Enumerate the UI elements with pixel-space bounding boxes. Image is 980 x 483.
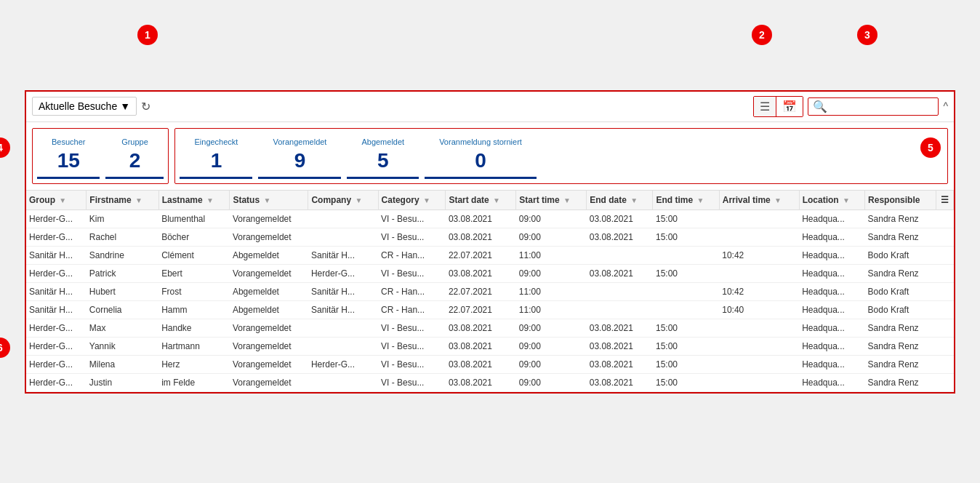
- cell-startdate: 03.08.2021: [446, 319, 516, 337]
- table-row[interactable]: Sanitär H...HubertFrostAbgemeldetSanitär…: [26, 282, 954, 300]
- cell-firstname: Justin: [87, 373, 158, 391]
- cell-status: Vorangemeldet: [230, 228, 308, 246]
- annotation-4: 4: [0, 137, 10, 158]
- cell-group: Herder-G...: [26, 319, 87, 337]
- cell-responsible: Sandra Renz: [865, 337, 936, 355]
- col-endtime[interactable]: End time ▼: [653, 191, 719, 210]
- cell-company: Herder-G...: [308, 355, 378, 373]
- stat-storniert-value: 0: [475, 149, 486, 172]
- aktuelle-besuche-dropdown[interactable]: Aktuelle Besuche ▼: [32, 97, 137, 116]
- stat-storniert[interactable]: Voranmeldung storniert 0: [425, 133, 537, 179]
- table-row[interactable]: Herder-G...YannikHartmannVorangemeldetVI…: [26, 337, 954, 355]
- cell-lastname: Böcher: [158, 228, 230, 246]
- col-group[interactable]: Group ▼: [26, 191, 87, 210]
- cell-location: Headqua...: [799, 319, 864, 337]
- cell-arrivaltime: [719, 355, 799, 373]
- search-input[interactable]: [830, 101, 933, 112]
- cell-status: Vorangemeldet: [230, 373, 308, 391]
- cell-startdate: 22.07.2021: [446, 246, 516, 264]
- cell-firstname: Kim: [87, 209, 158, 228]
- cell-startdate: 03.08.2021: [446, 209, 516, 228]
- cell-group: Herder-G...: [26, 228, 87, 246]
- cell-enddate: 03.08.2021: [587, 319, 653, 337]
- cell-enddate: [587, 282, 653, 300]
- cell-responsible: Bodo Kraft: [865, 246, 936, 264]
- col-enddate[interactable]: End date ▼: [587, 191, 653, 210]
- cell-endtime: [653, 300, 719, 319]
- visitors-table: Group ▼ Firstname ▼ Lastname ▼ Status ▼ …: [26, 191, 954, 392]
- cell-company: [308, 337, 378, 355]
- stat-vorangemeldet-value: 9: [294, 149, 306, 172]
- stat-besucher-value: 15: [57, 149, 80, 172]
- collapse-button[interactable]: ^: [943, 100, 948, 112]
- cell-startdate: 03.08.2021: [446, 355, 516, 373]
- stat-gruppe-value: 2: [129, 149, 141, 172]
- table-row[interactable]: Herder-G...Justinim FeldeVorangemeldetVI…: [26, 373, 954, 391]
- cell-category: VI - Besu...: [378, 264, 446, 282]
- col-arrivaltime[interactable]: Arrival time ▼: [719, 191, 799, 210]
- cell-lastname: Handke: [158, 319, 230, 337]
- cell-enddate: 03.08.2021: [587, 264, 653, 282]
- col-starttime[interactable]: Start time ▼: [516, 191, 587, 210]
- table-row[interactable]: Herder-G...MilenaHerzVorangemeldetHerder…: [26, 355, 954, 373]
- table-row[interactable]: Sanitär H...SandrineClémentAbgemeldetSan…: [26, 246, 954, 264]
- table-row[interactable]: Sanitär H...CorneliaHammAbgemeldetSanitä…: [26, 300, 954, 319]
- stat-eingecheckt[interactable]: Eingecheckt 1: [180, 133, 252, 179]
- table-row[interactable]: Herder-G...MaxHandkeVorangemeldetVI - Be…: [26, 319, 954, 337]
- stat-abgemeldet[interactable]: Abgemeldet 5: [347, 133, 419, 179]
- cell-lastname: Ebert: [158, 264, 230, 282]
- cell-lastname: Frost: [158, 282, 230, 300]
- cell-enddate: 03.08.2021: [587, 209, 653, 228]
- col-status[interactable]: Status ▼: [230, 191, 308, 210]
- stat-vorangemeldet[interactable]: Vorangemeldet 9: [258, 133, 341, 179]
- cell-company: [308, 228, 378, 246]
- col-startdate[interactable]: Start date ▼: [446, 191, 516, 210]
- cell-lastname: Herz: [158, 355, 230, 373]
- cell-lastname: Hamm: [158, 300, 230, 319]
- cell-menu: [936, 373, 954, 391]
- cell-status: Vorangemeldet: [230, 355, 308, 373]
- col-menu-icon[interactable]: ☰: [936, 191, 954, 210]
- cell-starttime: 11:00: [516, 282, 587, 300]
- list-view-button[interactable]: ☰: [754, 97, 776, 116]
- stat-besucher-label: Besucher: [52, 137, 85, 146]
- col-category[interactable]: Category ▼: [378, 191, 446, 210]
- col-company[interactable]: Company ▼: [308, 191, 378, 210]
- cell-endtime: [653, 282, 719, 300]
- cell-endtime: 15:00: [653, 319, 719, 337]
- cell-starttime: 09:00: [516, 209, 587, 228]
- col-responsible[interactable]: Responsible: [865, 191, 936, 210]
- cell-endtime: 15:00: [653, 228, 719, 246]
- table-row[interactable]: Herder-G...RachelBöcherVorangemeldetVI -…: [26, 228, 954, 246]
- cell-category: CR - Han...: [378, 282, 446, 300]
- cell-starttime: 09:00: [516, 355, 587, 373]
- calendar-view-button[interactable]: 📅: [776, 97, 803, 116]
- cell-status: Abgemeldet: [230, 300, 308, 319]
- stats-group-visitors: Besucher 15 Gruppe 2: [32, 128, 169, 184]
- stat-besucher[interactable]: Besucher 15: [37, 133, 100, 179]
- stat-gruppe[interactable]: Gruppe 2: [105, 133, 164, 179]
- cell-responsible: Sandra Renz: [865, 355, 936, 373]
- data-table-container: Group ▼ Firstname ▼ Lastname ▼ Status ▼ …: [26, 191, 954, 392]
- cell-arrivaltime: [719, 337, 799, 355]
- cell-company: Herder-G...: [308, 264, 378, 282]
- cell-arrivaltime: [719, 373, 799, 391]
- table-row[interactable]: Herder-G...PatrickEbertVorangemeldetHerd…: [26, 264, 954, 282]
- cell-menu: [936, 264, 954, 282]
- cell-menu: [936, 282, 954, 300]
- stat-abgemeldet-value: 5: [377, 149, 389, 172]
- cell-category: VI - Besu...: [378, 337, 446, 355]
- cell-location: Headqua...: [799, 209, 864, 228]
- cell-status: Vorangemeldet: [230, 337, 308, 355]
- cell-arrivaltime: 10:42: [719, 282, 799, 300]
- cell-endtime: 15:00: [653, 264, 719, 282]
- cell-startdate: 22.07.2021: [446, 282, 516, 300]
- col-lastname[interactable]: Lastname ▼: [158, 191, 230, 210]
- cell-responsible: Bodo Kraft: [865, 300, 936, 319]
- cell-group: Herder-G...: [26, 337, 87, 355]
- refresh-button[interactable]: ↻: [141, 100, 150, 113]
- col-location[interactable]: Location ▼: [799, 191, 864, 210]
- cell-group: Sanitär H...: [26, 282, 87, 300]
- col-firstname[interactable]: Firstname ▼: [87, 191, 158, 210]
- table-row[interactable]: Herder-G...KimBlumenthalVorangemeldetVI …: [26, 209, 954, 228]
